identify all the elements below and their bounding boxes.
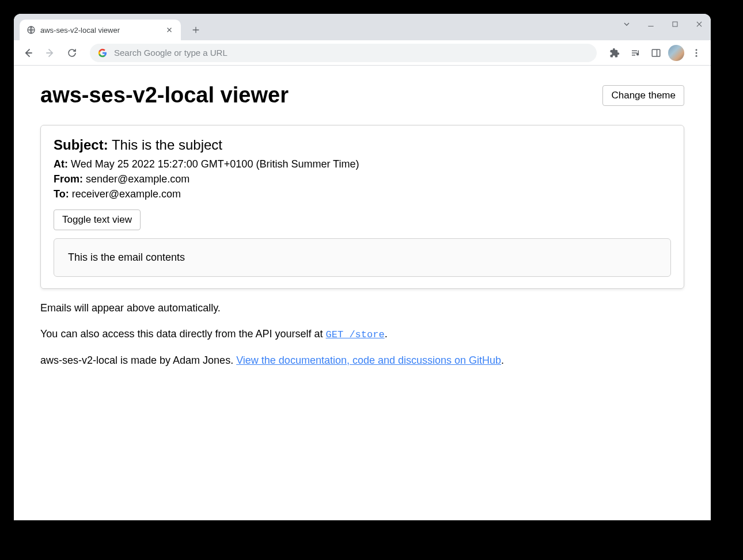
from-value: sender@example.com: [86, 173, 189, 185]
svg-point-2: [637, 53, 639, 55]
media-icon[interactable]: [627, 44, 644, 62]
window-controls: [619, 16, 707, 32]
svg-point-7: [696, 55, 697, 56]
forward-button[interactable]: [41, 44, 59, 62]
browser-toolbar: [14, 40, 711, 66]
browser-tab[interactable]: aws-ses-v2-local viewer: [20, 20, 181, 40]
page-header: aws-ses-v2-local viewer Change theme: [40, 83, 684, 108]
email-from: From: sender@example.com: [54, 172, 671, 186]
toolbar-right: [606, 44, 705, 62]
new-tab-button[interactable]: [188, 22, 204, 38]
svg-rect-1: [673, 22, 677, 26]
from-label: From:: [54, 173, 83, 185]
github-link[interactable]: View the documentation, code and discuss…: [236, 355, 501, 366]
svg-rect-3: [652, 49, 660, 56]
url-input[interactable]: [114, 48, 589, 58]
back-button[interactable]: [20, 44, 37, 62]
credits-post: .: [501, 355, 504, 366]
svg-point-5: [696, 49, 697, 51]
email-card: Subject: This is the subject At: Wed May…: [40, 125, 684, 289]
close-tab-icon[interactable]: [165, 25, 174, 35]
profile-avatar[interactable]: [668, 45, 684, 61]
kebab-menu-icon[interactable]: [688, 44, 705, 62]
to-value: receiver@example.com: [72, 188, 181, 200]
globe-icon: [26, 25, 36, 35]
maximize-button[interactable]: [667, 16, 683, 32]
change-theme-button[interactable]: Change theme: [602, 85, 684, 106]
at-label: At:: [54, 158, 68, 170]
to-label: To:: [54, 188, 69, 200]
info-api-post: .: [385, 328, 388, 340]
side-panel-icon[interactable]: [647, 44, 665, 62]
google-icon: [98, 48, 107, 58]
svg-point-6: [696, 52, 697, 54]
info-api: You can also access this data directly f…: [40, 326, 684, 342]
tab-strip: aws-ses-v2-local viewer: [14, 14, 711, 40]
page-content: aws-ses-v2-local viewer Change theme Sub…: [14, 66, 711, 396]
at-value: Wed May 25 2022 15:27:00 GMT+0100 (Briti…: [71, 158, 359, 170]
tabs-dropdown-icon[interactable]: [619, 16, 635, 32]
page-title: aws-ses-v2-local viewer: [40, 83, 289, 108]
info-credits: aws-ses-v2-local is made by Adam Jones. …: [40, 353, 684, 368]
reload-button[interactable]: [63, 44, 81, 62]
email-to: To: receiver@example.com: [54, 186, 671, 201]
email-body: This is the email contents: [54, 238, 671, 277]
email-subject: Subject: This is the subject: [54, 137, 671, 153]
info-api-pre: You can also access this data directly f…: [40, 328, 326, 340]
tab-title: aws-ses-v2-local viewer: [40, 26, 160, 35]
browser-window: aws-ses-v2-local viewer: [14, 14, 711, 520]
close-window-button[interactable]: [691, 16, 707, 32]
minimize-button[interactable]: [643, 16, 659, 32]
subject-value: This is the subject: [112, 137, 222, 153]
subject-label: Subject:: [54, 137, 108, 153]
address-bar[interactable]: [90, 44, 597, 62]
extensions-icon[interactable]: [606, 44, 623, 62]
api-link[interactable]: GET /store: [326, 329, 385, 340]
toggle-text-view-button[interactable]: Toggle text view: [54, 209, 141, 230]
credits-pre: aws-ses-v2-local is made by Adam Jones.: [40, 355, 236, 366]
email-at: At: Wed May 25 2022 15:27:00 GMT+0100 (B…: [54, 157, 671, 172]
info-auto-appear: Emails will appear above automatically.: [40, 300, 684, 316]
